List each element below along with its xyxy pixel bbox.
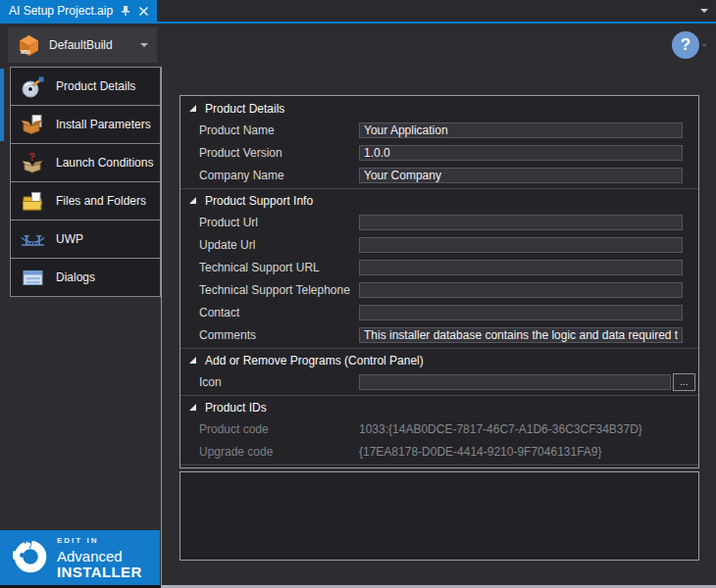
product-details-icon bbox=[20, 74, 45, 99]
sidebar-item-label: Launch Conditions bbox=[56, 156, 153, 170]
section-title: Product Details bbox=[205, 102, 284, 116]
section-product-ids: Product IDs Product code1033:{14AB0DCE-7… bbox=[180, 395, 698, 463]
section-separator bbox=[180, 188, 698, 189]
page-sidebar: Product Details Install Parameters ? Lau… bbox=[0, 67, 162, 588]
tab-title: AI Setup Project.aip bbox=[9, 4, 113, 18]
collapse-triangle-icon bbox=[188, 354, 197, 368]
sidebar-item-label: Dialogs bbox=[56, 270, 95, 284]
readonly-value-product-code: 1033:{14AB0DCE-7817-46C7-A1D6-36C3CF34B3… bbox=[359, 422, 642, 436]
input-product-name[interactable] bbox=[359, 122, 683, 138]
section-title: Add or Remove Programs (Control Panel) bbox=[205, 354, 424, 368]
advanced-installer-logo-icon bbox=[11, 538, 48, 578]
launch-conditions-icon: ? bbox=[20, 150, 45, 175]
field-row-upgrade-code: Upgrade code{17EA8178-D0DE-4414-9210-9F7… bbox=[180, 440, 698, 463]
field-row-product-code: Product code1033:{14AB0DCE-7817-46C7-A1D… bbox=[180, 417, 698, 440]
input-update-url[interactable] bbox=[359, 237, 683, 253]
section-product-support-info: Product Support Info Product UrlUpdate U… bbox=[180, 188, 698, 346]
input-company-name[interactable] bbox=[359, 168, 683, 183]
toolbar: MSI DefaultBuild ? bbox=[0, 24, 716, 67]
field-label: Technical Support Telephone bbox=[199, 283, 359, 297]
svg-text:MSI: MSI bbox=[21, 49, 30, 55]
sidebar-item-label: Product Details bbox=[56, 79, 135, 93]
selected-page-accent-bar bbox=[0, 69, 4, 141]
build-configuration-label: DefaultBuild bbox=[49, 38, 132, 52]
field-row-company-name: Company Name bbox=[180, 164, 698, 186]
input-product-version[interactable] bbox=[359, 145, 683, 161]
input-comments[interactable] bbox=[359, 327, 683, 343]
field-label: Company Name bbox=[199, 169, 359, 182]
field-label: Contact bbox=[199, 306, 359, 319]
section-separator bbox=[180, 348, 698, 349]
edit-in-advanced-installer-banner[interactable]: EDIT IN Advanced INSTALLER bbox=[0, 530, 160, 585]
banner-edit-in-label: EDIT IN bbox=[57, 537, 142, 545]
help-dropdown-icon[interactable] bbox=[701, 44, 707, 50]
sidebar-item-label: Install Parameters bbox=[56, 118, 151, 131]
field-label: Product Version bbox=[199, 146, 359, 160]
section-product-details: Product Details Product NameProduct Vers… bbox=[180, 99, 698, 186]
sidebar-item-label: UWP bbox=[56, 232, 83, 246]
field-label: Technical Support URL bbox=[199, 261, 359, 274]
help-button[interactable]: ? bbox=[672, 31, 699, 59]
tab-list-dropdown-icon[interactable] bbox=[700, 9, 708, 17]
field-row-product-name: Product Name bbox=[180, 119, 698, 141]
section-title: Product IDs bbox=[205, 401, 267, 415]
sidebar-item-launch-conditions[interactable]: ? Launch Conditions bbox=[10, 143, 161, 182]
chevron-down-icon bbox=[140, 43, 148, 51]
tab-strip: AI Setup Project.aip bbox=[0, 0, 716, 22]
field-row-update-url: Update Url bbox=[180, 233, 698, 256]
close-icon[interactable] bbox=[138, 6, 149, 17]
dialogs-icon bbox=[20, 265, 45, 290]
collapse-triangle-icon bbox=[188, 102, 197, 116]
collapse-triangle-icon bbox=[188, 401, 197, 415]
description-box bbox=[179, 471, 699, 561]
editor-content: Product Details Product NameProduct Vers… bbox=[162, 67, 716, 588]
section-title: Product Support Info bbox=[205, 194, 313, 208]
field-row-comments: Comments bbox=[180, 323, 698, 346]
sidebar-item-label: Files and Folders bbox=[56, 194, 146, 208]
readonly-value-upgrade-code: {17EA8178-D0DE-4414-9210-9F7046131FA9} bbox=[359, 445, 602, 459]
field-row-contact: Contact bbox=[180, 301, 698, 323]
sidebar-item-dialogs[interactable]: Dialogs bbox=[10, 258, 161, 297]
field-label: Product Name bbox=[199, 123, 359, 137]
browse-button[interactable]: ... bbox=[673, 373, 695, 391]
section-header[interactable]: Product Support Info bbox=[180, 191, 698, 211]
section-separator bbox=[180, 395, 698, 396]
install-parameters-icon bbox=[20, 112, 45, 137]
input-icon[interactable] bbox=[359, 374, 671, 390]
sidebar-item-uwp[interactable]: UWP bbox=[10, 220, 161, 259]
collapse-triangle-icon bbox=[188, 194, 197, 208]
input-product-url[interactable] bbox=[359, 215, 683, 230]
msi-package-icon: MSI bbox=[17, 33, 41, 58]
field-row-product-url: Product Url bbox=[180, 211, 698, 233]
field-row-icon: Icon... bbox=[180, 370, 698, 393]
sidebar-item-install-parameters[interactable]: Install Parameters bbox=[10, 105, 161, 144]
question-mark-icon: ? bbox=[681, 35, 690, 55]
uwp-bridge-icon bbox=[20, 226, 45, 252]
field-row-product-version: Product Version bbox=[180, 141, 698, 164]
field-label: Product Url bbox=[199, 216, 359, 229]
input-technical-support-telephone[interactable] bbox=[359, 282, 683, 298]
property-panel: Product Details Product NameProduct Vers… bbox=[179, 95, 699, 468]
section-header[interactable]: Product Details bbox=[180, 99, 698, 119]
section-header[interactable]: Add or Remove Programs (Control Panel) bbox=[180, 351, 698, 370]
section-header[interactable]: Product IDs bbox=[180, 398, 698, 417]
field-label: Icon bbox=[199, 375, 359, 389]
build-configuration-dropdown[interactable]: MSI DefaultBuild bbox=[8, 27, 157, 63]
input-contact[interactable] bbox=[359, 305, 683, 320]
field-label: Product code bbox=[199, 422, 359, 436]
pin-icon[interactable] bbox=[120, 5, 131, 17]
input-technical-support-url[interactable] bbox=[359, 260, 683, 275]
field-label: Upgrade code bbox=[199, 445, 359, 459]
section-separator bbox=[180, 465, 698, 466]
section-add-or-remove-programs-control-panel: Add or Remove Programs (Control Panel) I… bbox=[180, 348, 698, 393]
sidebar-item-files-and-folders[interactable]: Files and Folders bbox=[10, 181, 161, 220]
field-row-technical-support-url: Technical Support URL bbox=[180, 256, 698, 278]
banner-brand-line2: INSTALLER bbox=[57, 564, 142, 579]
field-label: Comments bbox=[199, 328, 359, 342]
svg-text:?: ? bbox=[28, 152, 34, 163]
banner-brand-line1: Advanced bbox=[57, 549, 142, 564]
field-row-technical-support-telephone: Technical Support Telephone bbox=[180, 278, 698, 301]
sidebar-item-product-details[interactable]: Product Details bbox=[10, 67, 161, 106]
document-tab[interactable]: AI Setup Project.aip bbox=[0, 0, 157, 22]
field-label: Update Url bbox=[199, 238, 359, 252]
